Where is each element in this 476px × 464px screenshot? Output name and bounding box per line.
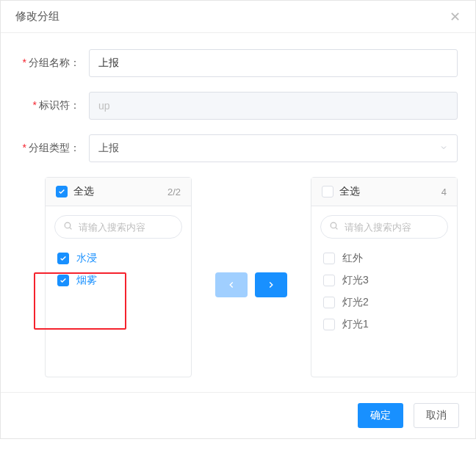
item-label: 灯光2 <box>342 296 369 309</box>
list-item[interactable]: 水浸 <box>54 247 182 269</box>
group-name-input[interactable] <box>89 49 458 77</box>
item-checkbox[interactable] <box>57 253 69 264</box>
modal-body: *分组名称： *标识符： *分组类型： 上报 <box>1 33 475 392</box>
move-right-button[interactable] <box>255 272 287 297</box>
identifier-input <box>89 92 458 120</box>
transfer-left-panel: 全选 2/2 水浸烟雾 <box>45 177 192 377</box>
group-type-select[interactable]: 上报 <box>89 134 458 162</box>
identifier-label: *标识符： <box>18 99 89 112</box>
item-checkbox[interactable] <box>323 253 335 264</box>
svg-point-2 <box>331 222 336 228</box>
item-checkbox[interactable] <box>323 297 335 308</box>
right-panel-header: 全选 4 <box>311 178 457 206</box>
left-search-input[interactable] <box>54 215 182 239</box>
modal-header: 修改分组 ✕ <box>1 1 475 33</box>
left-count: 2/2 <box>167 186 181 197</box>
item-checkbox[interactable] <box>57 275 69 286</box>
right-panel-body: 红外灯光3灯光2灯光1 <box>311 206 457 377</box>
list-item[interactable]: 灯光3 <box>320 269 448 291</box>
move-left-button[interactable] <box>215 272 248 297</box>
group-name-label: *分组名称： <box>18 57 89 70</box>
item-label: 烟雾 <box>76 274 97 287</box>
svg-line-3 <box>336 228 337 229</box>
item-label: 水浸 <box>76 252 97 265</box>
item-label: 红外 <box>342 252 363 265</box>
list-item[interactable]: 红外 <box>320 247 448 269</box>
form-row-group-name: *分组名称： <box>18 49 458 77</box>
item-checkbox[interactable] <box>323 319 335 330</box>
transfer-ops <box>215 177 287 297</box>
close-icon[interactable]: ✕ <box>450 10 461 23</box>
list-item[interactable]: 烟雾 <box>54 269 182 291</box>
item-checkbox[interactable] <box>323 275 335 286</box>
left-panel-header: 全选 2/2 <box>46 178 191 206</box>
chevron-down-icon <box>439 142 448 154</box>
modal-footer: 确定 取消 <box>1 392 475 438</box>
left-select-all-label: 全选 <box>73 185 94 198</box>
right-count: 4 <box>441 186 447 197</box>
right-item-list: 红外灯光3灯光2灯光1 <box>320 247 448 336</box>
item-label: 灯光3 <box>342 274 369 287</box>
form-row-group-type: *分组类型： 上报 <box>18 134 458 162</box>
list-item[interactable]: 灯光2 <box>320 291 448 313</box>
item-label: 灯光1 <box>342 318 369 331</box>
right-select-all-label: 全选 <box>339 185 360 198</box>
svg-line-1 <box>70 228 71 229</box>
search-icon <box>329 221 339 233</box>
group-type-label: *分组类型： <box>18 142 89 155</box>
left-item-list: 水浸烟雾 <box>54 247 182 291</box>
search-icon <box>63 221 73 233</box>
right-search-input[interactable] <box>320 215 448 239</box>
ok-button[interactable]: 确定 <box>358 403 403 428</box>
transfer-right-panel: 全选 4 红外灯光3灯光2灯光1 <box>311 177 458 377</box>
list-item[interactable]: 灯光1 <box>320 313 448 336</box>
group-type-value: 上报 <box>98 142 119 155</box>
modal-title: 修改分组 <box>15 10 60 23</box>
transfer: 全选 2/2 水浸烟雾 <box>18 177 458 377</box>
modal: 修改分组 ✕ *分组名称： *标识符： *分组类型： 上报 <box>0 0 476 439</box>
right-select-all-checkbox[interactable] <box>322 186 333 197</box>
svg-point-0 <box>65 222 71 228</box>
cancel-button[interactable]: 取消 <box>414 403 459 428</box>
left-panel-body: 水浸烟雾 <box>46 206 191 377</box>
form-row-identifier: *标识符： <box>18 92 458 120</box>
left-select-all-checkbox[interactable] <box>56 186 68 197</box>
